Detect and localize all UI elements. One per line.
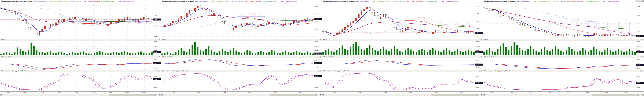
macd-label: MACD( 12, 26, 9 ) [323,56,334,58]
pane-down-icon[interactable]: ▼ [480,56,482,57]
pane-up-icon[interactable]: ▲ [479,56,480,57]
scrollbar-track[interactable] [2,94,159,96]
scroll-right-button[interactable]: ► [159,94,161,96]
horizontal-scrollbar[interactable]: ◄ ► [322,94,483,96]
pane-down-icon[interactable]: ▼ [158,39,160,40]
stochastics-chart: 80.0020.0064.63 [0,72,161,92]
scrollbar-track[interactable] [485,94,642,96]
horizontal-scrollbar[interactable]: ◄ ► [161,94,322,96]
horizontal-scrollbar[interactable]: ◄ ► [483,94,644,96]
time-axis-label: 11/09 [460,92,463,93]
svg-text:50.00: 50.00 [476,60,479,61]
svg-text:20.00: 20.00 [476,87,479,88]
scrollbar-thumb[interactable] [592,94,639,96]
pane-up-icon[interactable]: ▲ [640,39,642,40]
pane-up-icon[interactable]: ▲ [157,70,158,72]
time-axis-label: 16:30 [490,92,494,93]
svg-text:60,000: 60,000 [636,46,640,47]
volume-label: 出来高 [162,39,166,41]
legend-item: 移動平均MDC( Close, 40 ) [602,0,619,2]
pane-up-icon[interactable]: ▲ [479,39,480,40]
scroll-right-button[interactable]: ► [320,94,322,96]
volume-section-bar: 出来高 ▲▼ [483,39,644,41]
pane-resize-buttons: ▲▼ [156,56,160,58]
svg-text:8,655: 8,655 [476,36,479,37]
horizontal-scrollbar[interactable]: ◄ ► [0,94,161,96]
chart-canvas: 25.000.00-25.003.75 [0,58,161,70]
pane-down-icon[interactable]: ▼ [158,70,160,72]
svg-text:12,000: 12,000 [314,53,318,54]
pane-up-icon[interactable]: ▲ [318,70,320,72]
scrollbar-track[interactable] [163,94,320,96]
volume-chart: 37,50025,00012,5009,000 [0,41,161,56]
scroll-left-button[interactable]: ◄ [0,94,2,96]
pane-resize-buttons: ▲▼ [156,70,160,72]
chart-workspace: 日経225mini 11/12( 532, 2011/11/04 - 2011/… [0,0,644,96]
restore-button[interactable]: □ [638,0,641,2]
legend-item: 移動平均MDC( Close, 25 ) [406,0,422,2]
time-axis-label: 11/02 [358,92,362,93]
svg-text:8,865: 8,865 [476,13,479,14]
scrollbar-track[interactable] [324,94,481,96]
stoch-section-bar: スロー・ストキャスティクス( 14, 3, 80, 20 ) ▲▼ [0,70,161,72]
scroll-left-button[interactable]: ◄ [322,94,324,96]
scrollbar-thumb[interactable] [431,94,478,96]
scroll-left-button[interactable]: ◄ [161,94,163,96]
time-axis-label: 11/08 [274,92,277,93]
close-button[interactable]: × [641,0,644,2]
pane-up-icon[interactable]: ▲ [479,70,480,72]
time-axis-label: 12:00 [58,92,61,93]
pane-down-icon[interactable]: ▼ [480,70,482,72]
time-axis-label: 16:30 [529,92,532,93]
time-axis-label: 11/04 [548,92,551,93]
chart-canvas: 8,7908,7358,6808,6258,5708,695 [161,4,322,39]
svg-text:25.00: 25.00 [154,59,157,60]
pane-resize-buttons: ▲▼ [318,70,321,72]
pane-down-icon[interactable]: ▼ [642,39,643,40]
minimize-button[interactable]: – [636,0,638,2]
pane-down-icon[interactable]: ▼ [320,70,321,72]
pane-down-icon[interactable]: ▼ [642,56,643,57]
scrollbar-thumb[interactable] [270,94,317,96]
legend-item: 移動平均MDC( Close, 75 ) [585,0,601,2]
scroll-left-button[interactable]: ◄ [483,94,485,96]
svg-text:20.00: 20.00 [636,87,640,88]
legend-item: 移動平均MDC( Close, 150 ) [212,0,228,2]
svg-text:50.00: 50.00 [636,59,640,60]
pane-resize-buttons: ▲▼ [478,56,482,58]
pane-down-icon[interactable]: ▼ [642,70,643,72]
legend-item: 移動平均MDC( Close, 150 ) [534,0,550,2]
svg-text:100,000: 100,000 [476,46,480,47]
stoch-section-bar: スロー・ストキャスティクス( 14, 3, 80, 20 ) ▲▼ [161,70,322,72]
scrollbar-thumb[interactable] [109,94,156,96]
pane-down-icon[interactable]: ▼ [320,56,321,57]
time-axis-label: 10:30 [40,92,44,93]
pane-up-icon[interactable]: ▲ [157,39,158,40]
price-chart: 8,7908,7358,6808,6258,5708,695 [161,4,322,39]
svg-text:64.63: 64.63 [154,78,157,80]
svg-text:8,890: 8,890 [636,14,640,16]
pane-down-icon[interactable]: ▼ [320,39,321,40]
indicator-legend: 移動平均MDC( Close, 5 )移動平均MDC( Close, 150 )… [195,0,298,2]
pane-up-icon[interactable]: ▲ [318,56,320,57]
time-axis-label: 11/08 [435,92,438,93]
svg-text:-50.00: -50.00 [636,68,640,69]
svg-text:60,000: 60,000 [314,46,318,47]
pane-up-icon[interactable]: ▲ [157,56,158,57]
scroll-right-button[interactable]: ► [481,94,483,96]
pane-down-icon[interactable]: ▼ [158,56,160,57]
volume-chart: 150,000100,00050,00035,000 [322,41,483,56]
time-axis: 16:3011/0216:3011/0416:3011/0816:3011/09 [483,92,644,94]
pane-up-icon[interactable]: ▲ [640,56,642,57]
svg-text:80.00: 80.00 [154,76,157,77]
indicator-legend: 移動平均MDC( Close, 5 )移動平均MDC( Close, 150 )… [356,0,459,2]
pane-up-icon[interactable]: ▲ [640,70,642,72]
window-controls: –□× [636,0,644,2]
pane-down-icon[interactable]: ▼ [480,39,482,40]
chart-canvas: 25.000.00-25.006.16 [161,58,322,70]
scroll-right-button[interactable]: ► [642,94,644,96]
svg-text:3.75: 3.75 [154,62,156,64]
svg-text:90,000: 90,000 [314,41,318,43]
stoch-section-bar: スロー・ストキャスティクス( 14, 3, 80, 20 ) ▲▼ [483,70,644,72]
pane-up-icon[interactable]: ▲ [318,39,320,40]
